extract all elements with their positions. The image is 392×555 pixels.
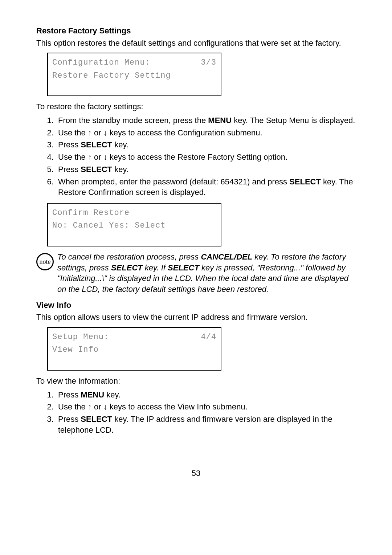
t: or — [92, 128, 103, 137]
arrow-up-icon: ↑ — [88, 402, 92, 411]
t: key. If — [143, 263, 168, 272]
keycap-select: SELECT — [168, 263, 199, 272]
step: Press SELECT key. — [56, 139, 356, 150]
steps-restore: From the standby mode screen, press the … — [36, 115, 356, 198]
keycap-select: SELECT — [289, 177, 321, 186]
keycap-select: SELECT — [81, 140, 112, 149]
lcd-line1-left: Configuration Menu: — [52, 56, 150, 69]
t: Use the — [58, 402, 88, 411]
section-desc-viewinfo: This option allows users to view the cur… — [36, 312, 356, 323]
arrow-down-icon: ↓ — [103, 128, 107, 137]
arrow-up-icon: ↑ — [88, 128, 92, 137]
note-icon: note — [36, 253, 54, 270]
t: key. — [112, 165, 128, 174]
lcd-line1-right: 4/4 — [201, 331, 216, 343]
t: key. The Setup Menu is displayed. — [232, 116, 355, 125]
section-title-viewinfo: View Info — [36, 300, 356, 311]
step: Use the ↑ or ↓ keys to access the Restor… — [56, 152, 356, 163]
t: keys to access the View Info submenu. — [107, 402, 248, 411]
arrow-up-icon: ↑ — [88, 152, 92, 162]
t: or — [92, 152, 103, 162]
keycap-menu: MENU — [81, 390, 104, 399]
note-text: To cancel the restoration process, press… — [57, 252, 356, 295]
lcd-line1-left: Setup Menu: — [52, 331, 109, 343]
t: Press — [58, 390, 81, 399]
t: When prompted, enter the password (defau… — [58, 177, 289, 186]
t: keys to access the Restore Factory Setti… — [107, 152, 287, 162]
lcd-line2: View Info — [52, 343, 216, 356]
lcd-line1-right: 3/3 — [201, 56, 216, 69]
t: Use the — [58, 152, 88, 162]
t: or — [92, 402, 103, 411]
step: From the standby mode screen, press the … — [56, 115, 356, 126]
t: Press — [58, 415, 81, 424]
t: Press — [58, 165, 81, 174]
step: When prompted, enter the password (defau… — [56, 176, 356, 198]
step: Press SELECT key. The IP address and fir… — [56, 414, 356, 435]
step: Press SELECT key. — [56, 164, 356, 175]
lcd-confirm-restore: Confirm Restore No: Cancel Yes: Select — [47, 203, 221, 246]
keycap-select: SELECT — [111, 263, 143, 272]
t: To cancel the restoration process, press — [57, 252, 201, 261]
step: Use the ↑ or ↓ keys to access the Config… — [56, 127, 356, 138]
t: Press — [58, 140, 81, 149]
t: key. — [104, 390, 121, 399]
section-desc-restore: This option restores the default setting… — [36, 38, 356, 49]
t: From the standby mode screen, press the — [58, 116, 208, 125]
page-number: 53 — [36, 468, 356, 479]
step: Use the ↑ or ↓ keys to access the View I… — [56, 401, 356, 412]
lcd-line1: Confirm Restore — [52, 207, 216, 219]
t: key. — [112, 140, 128, 149]
note-block: note To cancel the restoration process, … — [36, 252, 356, 295]
step: Press MENU key. — [56, 389, 356, 400]
lcd-line2: Restore Factory Setting — [52, 69, 216, 82]
lcd-setup-menu: Setup Menu: 4/4 View Info — [47, 327, 221, 371]
keycap-select: SELECT — [81, 165, 112, 174]
arrow-down-icon: ↓ — [103, 402, 107, 411]
keycap-menu: MENU — [208, 116, 232, 125]
steps-viewinfo: Press MENU key. Use the ↑ or ↓ keys to a… — [36, 389, 356, 436]
lcd-line2: No: Cancel Yes: Select — [52, 219, 216, 232]
lcd-config-menu: Configuration Menu: 3/3 Restore Factory … — [47, 53, 221, 96]
arrow-down-icon: ↓ — [103, 152, 107, 162]
t: Use the — [58, 128, 88, 137]
keycap-select: SELECT — [81, 415, 112, 424]
keycap-cancel-del: CANCEL/DEL — [201, 252, 252, 261]
t: keys to access the Configuration submenu… — [107, 128, 262, 137]
intro-viewinfo: To view the information: — [36, 376, 356, 387]
section-title-restore: Restore Factory Settings — [36, 25, 356, 36]
intro-restore: To restore the factory settings: — [36, 101, 356, 112]
